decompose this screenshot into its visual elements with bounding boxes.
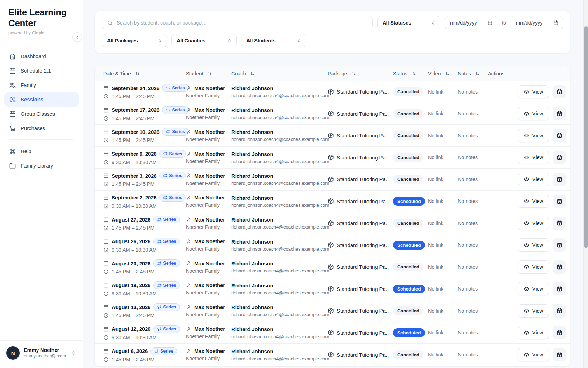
coach-email: richard.johnson.coach4@coaches.example.c… <box>231 246 328 252</box>
sidebar-item-schedule-1-1[interactable]: Schedule 1:1 <box>4 63 79 78</box>
view-button[interactable]: View <box>518 107 549 120</box>
repeat-icon <box>166 86 170 90</box>
student-name: Max Noether <box>194 129 225 135</box>
column-header-package[interactable]: Package <box>328 71 393 76</box>
package-filter-select[interactable]: All Packages <box>102 34 167 47</box>
coach-email: richard.johnson.coach4@coaches.example.c… <box>231 312 328 317</box>
user-icon <box>186 173 191 178</box>
column-header-coach[interactable]: Coach <box>231 71 328 76</box>
package-icon <box>328 220 334 226</box>
add-to-calendar-button[interactable] <box>553 107 566 120</box>
column-header-video[interactable]: Video <box>428 71 458 76</box>
column-header-date-time[interactable]: Date & Time <box>95 71 186 76</box>
home-icon <box>9 53 16 60</box>
search-input[interactable] <box>117 20 368 26</box>
package-icon <box>328 198 334 204</box>
coach-email: richard.johnson.coach4@coaches.example.c… <box>231 180 328 186</box>
sidebar-item-purchases[interactable]: Purchases <box>4 121 79 135</box>
add-to-calendar-button[interactable] <box>553 238 566 252</box>
video-link-status: No link <box>428 111 458 116</box>
session-time: 9:30 AM – 10:30 AM <box>112 291 157 297</box>
video-link-status: No link <box>428 308 458 314</box>
add-to-calendar-button[interactable] <box>553 195 566 208</box>
package-icon <box>328 89 334 95</box>
column-header-status[interactable]: Status <box>393 71 428 76</box>
session-date: August 13, 2026 <box>112 304 150 310</box>
family-name: Noether Family <box>186 224 231 230</box>
add-to-calendar-button[interactable] <box>553 217 566 230</box>
user-icon <box>186 326 191 332</box>
clock-icon <box>9 96 16 103</box>
view-button[interactable]: View <box>518 304 549 318</box>
notes-status: No notes <box>458 111 488 116</box>
view-button[interactable]: View <box>518 129 549 142</box>
search-icon <box>107 20 113 26</box>
sidebar-item-sessions[interactable]: Sessions <box>4 92 79 107</box>
view-button[interactable]: View <box>518 195 549 208</box>
view-button[interactable]: View <box>518 217 549 230</box>
sidebar-item-help[interactable]: Help <box>4 144 79 158</box>
add-to-calendar-button[interactable] <box>553 151 566 164</box>
sessions-table: Date & TimeStudentCoachPackageStatusVide… <box>94 66 570 366</box>
view-button[interactable]: View <box>518 85 549 98</box>
view-button[interactable]: View <box>518 151 549 164</box>
session-row: September 24, 2026 Series 1:45 PM – 2:45… <box>95 81 570 103</box>
add-to-calendar-button[interactable] <box>553 85 566 98</box>
calendar-plus-icon <box>556 330 562 336</box>
eye-icon <box>524 242 530 248</box>
view-button[interactable]: View <box>518 282 549 295</box>
package-name: Standard Tutoring Pa… <box>337 132 391 138</box>
coach-filter-select[interactable]: All Coaches <box>172 34 237 47</box>
calendar-icon <box>103 348 109 354</box>
column-header-actions: Actions <box>488 71 570 76</box>
sidebar-item-family-library[interactable]: Family Library <box>4 158 79 173</box>
date-to-input[interactable]: mm/dd/yyyy <box>511 16 563 29</box>
status-badge: Cancelled <box>393 350 424 359</box>
chevrons-updown-icon <box>296 38 302 43</box>
view-button[interactable]: View <box>518 238 549 252</box>
status-badge: Scheduled <box>393 285 425 293</box>
status-badge: Cancelled <box>393 263 424 271</box>
session-date: August 20, 2026 <box>112 260 150 266</box>
session-date: September 9, 2026 <box>112 151 156 157</box>
app-subtitle: powered by Gigpie <box>8 30 75 35</box>
add-to-calendar-button[interactable] <box>553 129 566 142</box>
status-badge: Cancelled <box>393 306 424 315</box>
date-from-input[interactable]: mm/dd/yyyy <box>445 16 497 29</box>
column-header-student[interactable]: Student <box>186 71 231 76</box>
add-to-calendar-button[interactable] <box>553 282 566 295</box>
page-scrollbar <box>583 0 588 368</box>
sidebar-item-dashboard[interactable]: Dashboard <box>4 49 79 63</box>
view-button[interactable]: View <box>518 173 549 186</box>
sidebar-collapse-button[interactable] <box>72 32 82 42</box>
add-to-calendar-button[interactable] <box>553 304 566 318</box>
column-header-notes[interactable]: Notes <box>458 71 488 76</box>
repeat-icon <box>157 217 161 222</box>
view-button[interactable]: View <box>518 326 549 339</box>
calendar-icon <box>103 282 109 288</box>
session-time: 9:30 AM – 10:30 AM <box>112 247 157 253</box>
user-menu[interactable]: N Emmy Noether emmy.noether@exam… <box>0 340 83 368</box>
student-filter-select[interactable]: All Students <box>241 34 306 47</box>
main-content: All Statuses mm/dd/yyyy to mm/dd/yyyy <box>94 0 570 366</box>
view-button[interactable]: View <box>518 260 549 274</box>
student-name: Max Noether <box>194 85 225 91</box>
sidebar-item-family[interactable]: Family <box>4 78 79 92</box>
add-to-calendar-button[interactable] <box>553 348 566 361</box>
sidebar-item-label: Group Classes <box>21 111 55 117</box>
calendar-icon[interactable] <box>553 20 559 26</box>
add-to-calendar-button[interactable] <box>553 173 566 186</box>
status-filter-select[interactable]: All Statuses <box>377 16 440 29</box>
sort-icon <box>475 71 480 76</box>
coach-name: Richard Johnson <box>231 282 328 288</box>
view-button[interactable]: View <box>518 348 549 361</box>
sidebar-item-label: Schedule 1:1 <box>21 68 51 74</box>
package-name: Standard Tutoring Pa… <box>337 176 391 182</box>
chevrons-updown-icon <box>71 350 77 356</box>
add-to-calendar-button[interactable] <box>553 326 566 339</box>
session-time: 1:45 PM – 2:45 PM <box>112 116 154 121</box>
sidebar-item-group-classes[interactable]: Group Classes <box>4 107 79 121</box>
calendar-icon[interactable] <box>487 20 493 26</box>
scrollbar-thumb[interactable] <box>584 26 588 248</box>
add-to-calendar-button[interactable] <box>553 260 566 274</box>
